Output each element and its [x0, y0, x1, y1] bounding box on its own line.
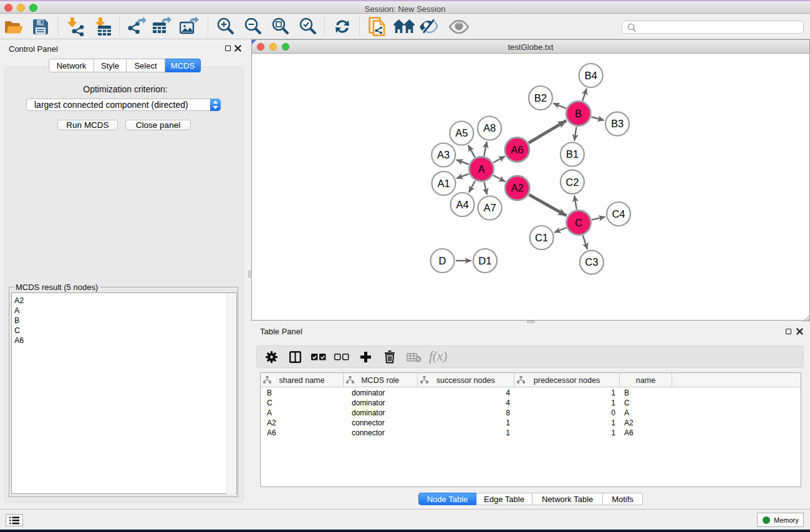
svg-text:A7: A7 [483, 202, 496, 213]
svg-text:A6: A6 [511, 144, 523, 155]
svg-text:C: C [575, 217, 582, 228]
svg-text:A8: A8 [483, 122, 496, 133]
svg-text:C1: C1 [535, 232, 548, 243]
svg-text:B: B [575, 108, 582, 119]
svg-text:A1: A1 [437, 178, 450, 189]
svg-text:A3: A3 [437, 149, 450, 160]
svg-text:D1: D1 [478, 255, 491, 266]
svg-text:A: A [478, 163, 485, 175]
svg-text:B2: B2 [534, 92, 547, 104]
svg-text:B4: B4 [585, 70, 597, 81]
svg-text:C4: C4 [612, 208, 625, 220]
svg-text:B3: B3 [611, 118, 624, 129]
svg-text:C3: C3 [585, 256, 598, 268]
svg-text:A5: A5 [455, 127, 468, 138]
svg-text:A4: A4 [456, 199, 468, 210]
svg-text:A2: A2 [511, 182, 524, 193]
svg-text:C2: C2 [566, 177, 579, 188]
svg-text:D: D [439, 255, 446, 266]
svg-text:B1: B1 [566, 148, 579, 160]
